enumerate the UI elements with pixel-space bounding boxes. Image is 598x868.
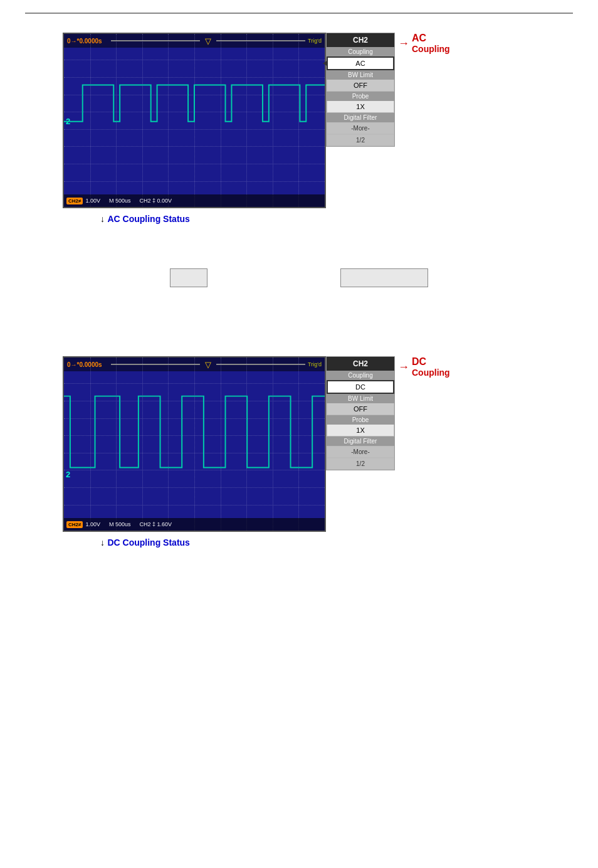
ch-box-ac: CH2≠ (66, 198, 83, 204)
coupling-text-ac: Coupling (412, 44, 450, 54)
middle-section (25, 268, 573, 287)
more-ac[interactable]: -More- (327, 122, 394, 134)
trigger-arrow-icon: ▽ (205, 36, 211, 46)
scope-topbar-dc: 0→*0.0000s ▽ Trig'd (64, 357, 325, 371)
ac-status-caption: ↓ AC Coupling Status (100, 213, 190, 225)
time-display-dc: 0→*0.0000s (67, 361, 102, 368)
arrow-right-ac: → (398, 37, 409, 50)
topbar-line2 (216, 40, 305, 41)
dc-down-arrow: ↓ (100, 537, 105, 548)
volt-div-ac: 1.00V (85, 198, 100, 204)
dc-coupling-label: DC Coupling (412, 356, 450, 378)
more-dc[interactable]: -More- (327, 446, 394, 458)
probe-val-ac[interactable]: 1X (327, 101, 394, 113)
menu-panel-ac: CH2 Coupling AC BW Limit OFF Probe 1X Di… (326, 33, 395, 147)
ch2-trigger-dc: CH2 ‡ 1.60V (139, 521, 172, 527)
digital-filter-dc: Digital Filter (327, 437, 394, 446)
coupling-section-label-dc: Coupling (327, 371, 394, 380)
volt-div-dc: 1.00V (85, 521, 100, 527)
time-div-dc: M 500us (109, 521, 131, 527)
ac-label: AC (355, 60, 365, 67)
ch2-trigger-ac: CH2 ‡ 0.00V (139, 198, 172, 204)
dc-coupling-section: 0→*0.0000s ▽ Trig'd (63, 356, 573, 548)
bw-limit-val-dc[interactable]: OFF (327, 403, 394, 415)
bw-limit-section-label-dc: BW Limit (327, 394, 394, 403)
probe-val-dc[interactable]: 1X (327, 425, 394, 437)
coupling-section-label-ac: Coupling (327, 47, 394, 56)
trigger-arrow-icon-dc: ▽ (205, 360, 211, 369)
dc-status-text: DC Coupling Status (107, 537, 189, 548)
menu-title-dc: CH2 (327, 357, 394, 371)
ac-coupling-label: AC Coupling (412, 33, 450, 54)
topbar-line-dc (111, 364, 200, 365)
trig-label-ac: Trig'd (308, 38, 322, 44)
dc-arrow-label-container: → DC Coupling (398, 356, 450, 378)
arrow-right-dc: → (398, 361, 409, 374)
scope-and-menu-dc: 0→*0.0000s ▽ Trig'd (63, 356, 450, 532)
topbar-line (111, 40, 200, 41)
bw-limit-val-ac[interactable]: OFF (327, 80, 394, 92)
ac-coupling-option[interactable]: AC (327, 56, 394, 70)
ch-box-dc: CH2≠ (66, 521, 83, 528)
probe-section-label-ac: Probe (327, 92, 394, 101)
blank-box-small (170, 268, 207, 287)
page-dc: 1/2 (327, 458, 394, 470)
dc-coupling-option[interactable]: DC (327, 380, 394, 394)
coupling-text-dc: Coupling (412, 368, 450, 378)
probe-val-label-ac: 1X (356, 103, 364, 110)
probe-val-label-dc: 1X (356, 426, 364, 434)
dc-status-caption: ↓ DC Coupling Status (100, 537, 190, 548)
dc-text: DC (412, 356, 450, 368)
dc-label: DC (355, 383, 365, 391)
menu-title-ac: CH2 (327, 33, 394, 47)
ac-status-text: AC Coupling Status (107, 214, 189, 224)
ac-coupling-section: 0→*0.0000s ▽ Trig'd (63, 33, 573, 225)
oscilloscope-screen-ac: 0→*0.0000s ▽ Trig'd (63, 33, 326, 208)
scope-bottombar-ac: CH2≠ 1.00V M 500us CH2 ‡ 0.00V (64, 194, 325, 207)
trig-label-dc: Trig'd (308, 361, 322, 368)
page-ac: 1/2 (327, 134, 394, 146)
digital-filter-ac: Digital Filter (327, 113, 394, 122)
oscilloscope-screen-dc: 0→*0.0000s ▽ Trig'd (63, 356, 326, 532)
top-divider (25, 13, 573, 14)
waveform-svg-dc (64, 371, 325, 519)
scope-and-menu-ac: 0→*0.0000s ▽ Trig'd (63, 33, 450, 208)
waveform-svg-ac (64, 48, 325, 196)
topbar-line2-dc (216, 364, 305, 365)
scope-topbar-ac: 0→*0.0000s ▽ Trig'd (64, 34, 325, 48)
time-div-ac: M 500us (109, 198, 131, 204)
blank-box-wide (340, 268, 428, 287)
ac-text: AC (412, 33, 450, 44)
menu-panel-dc: CH2 Coupling DC BW Limit OFF Probe 1X Di… (326, 356, 395, 470)
ac-arrow-label-container: → AC Coupling (398, 33, 450, 54)
scope-bottombar-dc: CH2≠ 1.00V M 500us CH2 ‡ 1.60V (64, 518, 325, 531)
ac-down-arrow: ↓ (100, 214, 105, 224)
time-display-ac: 0→*0.0000s (67, 38, 102, 45)
bw-limit-section-label-ac: BW Limit (327, 70, 394, 80)
probe-section-label-dc: Probe (327, 415, 394, 425)
